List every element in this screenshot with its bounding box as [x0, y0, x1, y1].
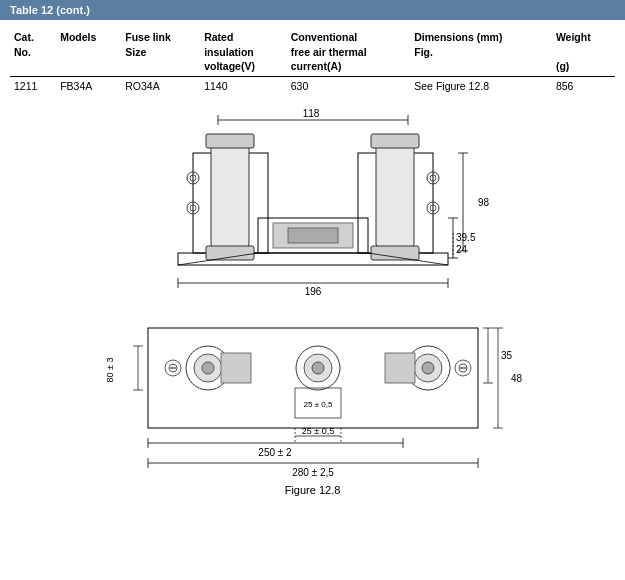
- svg-text:48: 48: [511, 373, 523, 384]
- svg-text:25 ± 0,5: 25 ± 0,5: [301, 426, 333, 436]
- diagram-side: 25 ± 0,5 80 ± 3 35: [63, 308, 563, 478]
- col-weight: Weight(g): [552, 28, 615, 77]
- svg-rect-58: [221, 353, 251, 383]
- table-title: Table 12 (cont.): [10, 4, 90, 16]
- svg-rect-15: [288, 228, 338, 243]
- col-models: Models: [56, 28, 121, 77]
- col-cat-no: Cat.No.: [10, 28, 56, 77]
- svg-rect-13: [371, 246, 419, 260]
- col-dimensions: Dimensions (mm)Fig.: [410, 28, 552, 77]
- table-header: Table 12 (cont.): [0, 0, 625, 20]
- svg-point-43: [202, 362, 214, 374]
- svg-text:25 ± 0,5: 25 ± 0,5: [303, 400, 332, 409]
- svg-rect-59: [385, 353, 415, 383]
- diagrams-area: 118: [0, 98, 625, 496]
- svg-rect-8: [211, 138, 249, 248]
- svg-point-54: [422, 362, 434, 374]
- svg-text:39.5: 39.5: [456, 232, 476, 243]
- cell-conventional: 630: [287, 77, 411, 95]
- svg-point-49: [312, 362, 324, 374]
- svg-text:98: 98: [478, 197, 490, 208]
- cell-weight: 856: [552, 77, 615, 95]
- figure-label: Figure 12.8: [285, 484, 341, 496]
- svg-text:280 ± 2,5: 280 ± 2,5: [292, 467, 334, 478]
- svg-text:118: 118: [302, 108, 319, 119]
- table-header-row: Cat.No. Models Fuse linkSize Ratedinsula…: [10, 28, 615, 77]
- svg-rect-9: [206, 134, 254, 148]
- cell-fuse-link: RO34A: [121, 77, 200, 95]
- diagram-top: 118: [63, 98, 563, 308]
- svg-rect-11: [376, 138, 414, 248]
- cell-cat-no: 1211: [10, 77, 56, 95]
- svg-text:35: 35: [501, 350, 513, 361]
- table-section: Cat.No. Models Fuse linkSize Ratedinsula…: [0, 20, 625, 98]
- table-row: 1211 FB34A RO34A 1140 630 See Figure 12.…: [10, 77, 615, 95]
- svg-text:80 ± 3: 80 ± 3: [105, 358, 115, 383]
- svg-text:196: 196: [304, 286, 321, 297]
- cell-models: FB34A: [56, 77, 121, 95]
- svg-text:250 ± 2: 250 ± 2: [258, 447, 292, 458]
- col-rated-insulation: Ratedinsulationvoltage(V): [200, 28, 287, 77]
- cell-rated-insulation: 1140: [200, 77, 287, 95]
- svg-rect-10: [206, 246, 254, 260]
- page: Table 12 (cont.) Cat.No. Models Fuse lin…: [0, 0, 625, 580]
- svg-rect-12: [371, 134, 419, 148]
- col-fuse-link: Fuse linkSize: [121, 28, 200, 77]
- cell-dimensions: See Figure 12.8: [410, 77, 552, 95]
- data-table: Cat.No. Models Fuse linkSize Ratedinsula…: [10, 28, 615, 94]
- col-conventional: Conventionalfree air thermalcurrent(A): [287, 28, 411, 77]
- svg-text:24: 24: [456, 244, 468, 255]
